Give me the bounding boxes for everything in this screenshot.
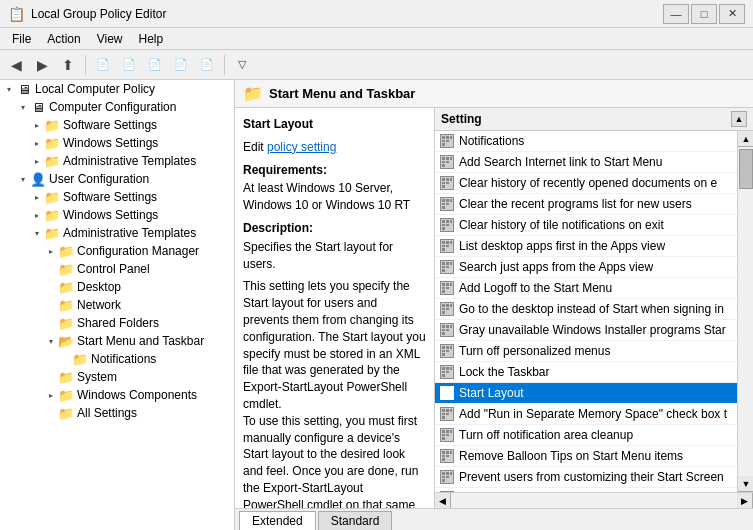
svg-rect-62 [450, 346, 452, 349]
tree-toggle-config-manager[interactable]: ▸ [44, 244, 58, 258]
svg-rect-13 [446, 178, 449, 181]
tree-toggle-computer-config[interactable]: ▾ [16, 100, 30, 114]
tree-toggle-computer-sw[interactable]: ▸ [30, 118, 44, 132]
settings-row[interactable]: Search just apps from the Apps view [435, 257, 737, 278]
tree-item-computer-config[interactable]: ▾🖥Computer Configuration [0, 98, 234, 116]
tree-item-all-settings[interactable]: 📁All Settings [0, 404, 234, 422]
settings-pane: Setting ▲ NotificationsAdd Search Intern… [435, 108, 753, 508]
tree-item-control-panel[interactable]: 📁Control Panel [0, 260, 234, 278]
svg-rect-81 [442, 413, 445, 415]
settings-row[interactable]: Notifications [435, 131, 737, 152]
settings-row-icon [439, 259, 455, 275]
tree-toggle-start-menu[interactable]: ▾ [44, 334, 58, 348]
settings-row-icon [439, 427, 455, 443]
tree-item-computer-admin[interactable]: ▸📁Administrative Templates [0, 152, 234, 170]
tree-icon-start-menu: 📂 [58, 333, 74, 349]
settings-row-icon [439, 469, 455, 485]
tab-extended[interactable]: Extended [239, 511, 316, 530]
tree-toggle-local-policy[interactable]: ▾ [2, 82, 16, 96]
tree-item-desktop[interactable]: 📁Desktop [0, 278, 234, 296]
svg-rect-68 [450, 367, 452, 370]
tree-item-config-manager[interactable]: ▸📁Configuration Manager [0, 242, 234, 260]
desc-edit-line: Edit policy setting [243, 139, 426, 156]
tree-toggle-user-admin[interactable]: ▾ [30, 226, 44, 240]
tree-label-win-components: Windows Components [77, 388, 197, 402]
scroll-up-btn[interactable]: ▲ [731, 111, 747, 127]
svg-rect-74 [450, 388, 452, 391]
menu-view[interactable]: View [89, 30, 131, 48]
toolbar-up[interactable]: ⬆ [56, 53, 80, 77]
tree-item-computer-win[interactable]: ▸📁Windows Settings [0, 134, 234, 152]
svg-rect-24 [442, 220, 445, 223]
settings-row-text: Add "Run in Separate Memory Space" check… [459, 407, 727, 421]
menu-file[interactable]: File [4, 30, 39, 48]
menu-action[interactable]: Action [39, 30, 88, 48]
tree-toggle-user-win[interactable]: ▸ [30, 208, 44, 222]
tree-icon-shared-folders: 📁 [58, 315, 74, 331]
tree-item-user-sw[interactable]: ▸📁Software Settings [0, 188, 234, 206]
tree-item-user-config[interactable]: ▾👤User Configuration [0, 170, 234, 188]
svg-rect-65 [442, 353, 445, 356]
settings-row[interactable]: Clear history of tile notifications on e… [435, 215, 737, 236]
tree-icon-user-config: 👤 [30, 171, 46, 187]
svg-rect-95 [442, 458, 445, 461]
tree-item-computer-sw[interactable]: ▸📁Software Settings [0, 116, 234, 134]
close-button[interactable]: ✕ [719, 4, 745, 24]
settings-row[interactable]: Turn off personalized menus [435, 341, 737, 362]
maximize-button[interactable]: □ [691, 4, 717, 24]
tab-standard[interactable]: Standard [318, 511, 393, 530]
tree-item-win-components[interactable]: ▸📁Windows Components [0, 386, 234, 404]
svg-rect-38 [450, 262, 452, 265]
settings-row[interactable]: Add Logoff to the Start Menu [435, 278, 737, 299]
menu-help[interactable]: Help [131, 30, 172, 48]
tree-item-shared-folders[interactable]: 📁Shared Folders [0, 314, 234, 332]
tree-toggle-win-components[interactable]: ▸ [44, 388, 58, 402]
tree-item-user-win[interactable]: ▸📁Windows Settings [0, 206, 234, 224]
settings-row-text: Notifications [459, 134, 524, 148]
settings-row[interactable]: Remove Balloon Tips on Start Menu items [435, 446, 737, 467]
settings-row[interactable]: Prevent users from customizing their Sta… [435, 467, 737, 488]
hscroll-right[interactable]: ▶ [737, 493, 753, 508]
toolbar-forward[interactable]: ▶ [30, 53, 54, 77]
toolbar-btn4[interactable]: 📄 [169, 53, 193, 77]
tree-item-system[interactable]: 📁System [0, 368, 234, 386]
minimize-button[interactable]: — [663, 4, 689, 24]
svg-rect-44 [450, 283, 452, 286]
hscroll-left[interactable]: ◀ [435, 493, 451, 508]
policy-setting-link[interactable]: policy setting [267, 140, 336, 154]
tree-toggle-computer-admin[interactable]: ▸ [30, 154, 44, 168]
vscroll-down[interactable]: ▼ [738, 476, 753, 492]
vscroll-up[interactable]: ▲ [738, 131, 753, 147]
toolbar-btn5[interactable]: 📄 [195, 53, 219, 77]
tree-icon-control-panel: 📁 [58, 261, 74, 277]
settings-row[interactable]: Start Layout [435, 383, 737, 404]
tree-item-network[interactable]: 📁Network [0, 296, 234, 314]
toolbar-filter[interactable]: ▽ [230, 53, 254, 77]
tree-toggle-user-config[interactable]: ▾ [16, 172, 30, 186]
tree-item-local-policy[interactable]: ▾🖥Local Computer Policy [0, 80, 234, 98]
svg-rect-88 [446, 434, 449, 436]
settings-header: Setting ▲ [435, 108, 753, 131]
settings-row[interactable]: Turn off notification area cleanup [435, 425, 737, 446]
tree-item-start-menu[interactable]: ▾📂Start Menu and Taskbar [0, 332, 234, 350]
tree-item-user-admin[interactable]: ▾📁Administrative Templates [0, 224, 234, 242]
vscroll-thumb[interactable] [739, 149, 753, 189]
toolbar-back[interactable]: ◀ [4, 53, 28, 77]
settings-row[interactable]: Add "Run in Separate Memory Space" check… [435, 404, 737, 425]
settings-row[interactable]: List desktop apps first in the Apps view [435, 236, 737, 257]
svg-rect-5 [442, 143, 445, 146]
toolbar-btn3[interactable]: 📄 [143, 53, 167, 77]
tree-toggle-user-sw[interactable]: ▸ [30, 190, 44, 204]
tree-icon-system: 📁 [58, 369, 74, 385]
settings-row[interactable]: Add Search Internet link to Start Menu [435, 152, 737, 173]
tree-label-network: Network [77, 298, 121, 312]
toolbar-btn2[interactable]: 📄 [117, 53, 141, 77]
settings-row[interactable]: Lock the Taskbar [435, 362, 737, 383]
tree-item-notifications[interactable]: 📁Notifications [0, 350, 234, 368]
settings-row[interactable]: Go to the desktop instead of Start when … [435, 299, 737, 320]
settings-row[interactable]: Gray unavailable Windows Installer progr… [435, 320, 737, 341]
toolbar-show-hide[interactable]: 📄 [91, 53, 115, 77]
tree-toggle-computer-win[interactable]: ▸ [30, 136, 44, 150]
settings-row[interactable]: Clear the recent programs list for new u… [435, 194, 737, 215]
settings-row[interactable]: Clear history of recently opened documen… [435, 173, 737, 194]
